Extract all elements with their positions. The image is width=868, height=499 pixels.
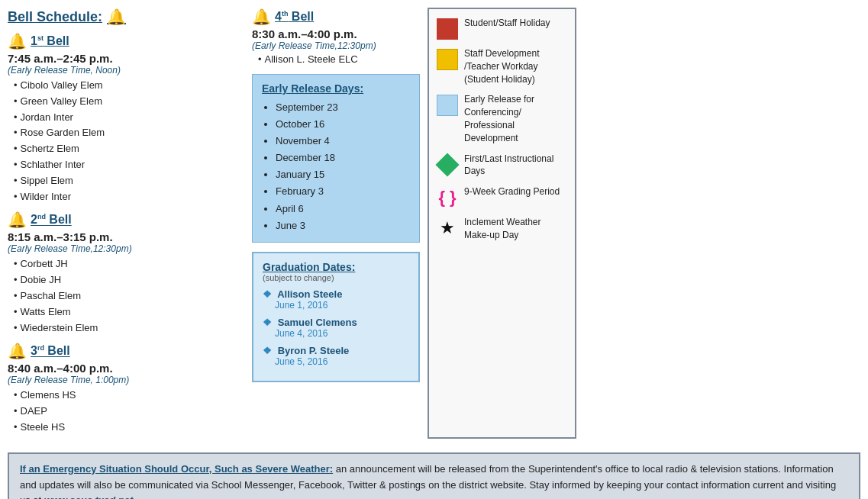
graduation-dates-box: Graduation Dates: (subject to change) ❖ … — [252, 252, 420, 382]
star-swatch: ★ — [437, 217, 458, 239]
legend-label-student-staff: Student/Staff Holiday — [464, 17, 550, 30]
legend-staff-development: Staff Development /Teacher Workday (Stud… — [437, 47, 567, 85]
star-icon: ★ — [440, 218, 455, 238]
list-item: Steele HS — [14, 420, 244, 436]
legend-label-first-last: First/Last Instructional Days — [464, 153, 567, 179]
pink-bracket-swatch: { } — [437, 187, 458, 208]
grad-school-2: ❖ Samuel Clemens — [263, 317, 409, 328]
list-item: Sippel Elem — [14, 173, 244, 189]
second-bell-schools: Corbett JH Dobie JH Paschal Elem Watts E… — [8, 256, 244, 336]
legend-student-staff-holiday: Student/Staff Holiday — [437, 17, 567, 40]
grad-diamond-icon-2: ❖ — [263, 317, 272, 328]
title-text: Bell Schedule: — [8, 9, 102, 25]
main-content: Bell Schedule: 🔔 🔔 1st Bell 7:45 a.m.–2:… — [0, 0, 868, 446]
middle-column: 🔔 4th Bell 8:30 a.m.–4:00 p.m. (Early Re… — [252, 8, 420, 439]
fourth-bell-school: Allison L. Steele ELC — [252, 53, 420, 65]
first-bell-header: 🔔 1st Bell — [8, 32, 244, 50]
list-item: Clemens HS — [14, 388, 244, 404]
list-item: Wilder Inter — [14, 189, 244, 205]
legend-label-inclement: Inclement Weather Make-up Day — [464, 216, 567, 242]
third-bell-label: 3rd Bell — [31, 344, 70, 358]
list-item: September 23 — [276, 99, 410, 116]
diamond-icon — [435, 153, 459, 176]
list-item: Dobie JH — [14, 272, 244, 288]
second-bell-time: 8:15 a.m.–3:15 p.m. — [8, 230, 244, 243]
second-bell-label: 2nd Bell — [31, 213, 72, 227]
legend-label-nine-week: 9-Week Grading Period — [464, 185, 560, 198]
list-item: Jordan Inter — [14, 110, 244, 126]
list-item: April 6 — [276, 201, 410, 217]
list-item: Schlather Inter — [14, 157, 244, 173]
grad-school-3: ❖ Byron P. Steele — [263, 345, 409, 356]
yellow-swatch — [437, 49, 458, 70]
legend-column: Student/Staff Holiday Staff Development … — [428, 8, 576, 439]
list-item: Schertz Elem — [14, 141, 244, 157]
bottom-banner: If an Emergency Situation Should Occur, … — [8, 452, 860, 499]
legend-label-staff-dev: Staff Development /Teacher Workday (Stud… — [464, 47, 567, 85]
emergency-bold-text: If an Emergency Situation Should Occur, … — [20, 463, 333, 475]
fourth-bell-early-release: (Early Release Time,12:30pm) — [252, 40, 420, 51]
legend-first-last-instructional: First/Last Instructional Days — [437, 153, 567, 179]
list-item: January 15 — [276, 166, 410, 183]
third-bell-schools: Clemens HS DAEP Steele HS — [8, 388, 244, 435]
grad-school-1: ❖ Allison Steele — [263, 288, 409, 300]
bell-icon-1: 🔔 — [8, 32, 27, 50]
early-release-days-title: Early Release Days: — [262, 82, 410, 95]
grad-entry-2: ❖ Samuel Clemens June 4, 2016 — [263, 317, 409, 339]
list-item: Rose Garden Elem — [14, 125, 244, 141]
legend-early-release: Early Release for Conferencing/ Professi… — [437, 93, 567, 144]
fourth-bell-label: 4th Bell — [275, 10, 314, 24]
grad-date-1: June 1, 2016 — [263, 300, 409, 311]
second-bell-early-release: (Early Release Time,12:30pm) — [8, 243, 244, 254]
grad-date-3: June 5, 2016 — [263, 356, 409, 367]
pink-bracket-icon: { } — [438, 189, 456, 206]
yellow-square-icon — [437, 49, 458, 70]
first-bell-label: 1st Bell — [31, 34, 69, 48]
third-bell-header: 🔔 3rd Bell — [8, 342, 244, 360]
fourth-bell-section: 🔔 4th Bell 8:30 a.m.–4:00 p.m. (Early Re… — [252, 8, 420, 65]
list-item: Green Valley Elem — [14, 94, 244, 110]
early-release-days-box: Early Release Days: September 23 October… — [252, 74, 420, 243]
second-bell-section: 🔔 2nd Bell 8:15 a.m.–3:15 p.m. (Early Re… — [8, 211, 244, 336]
first-bell-time: 7:45 a.m.–2:45 p.m. — [8, 52, 244, 65]
bell-schedule-column: Bell Schedule: 🔔 🔔 1st Bell 7:45 a.m.–2:… — [8, 8, 244, 439]
graduation-title: Graduation Dates: — [263, 261, 409, 273]
list-item: November 4 — [276, 133, 410, 150]
legend-inclement-weather: ★ Inclement Weather Make-up Day — [437, 216, 567, 242]
third-bell-time: 8:40 a.m.–4:00 p.m. — [8, 362, 244, 375]
grad-date-2: June 4, 2016 — [263, 328, 409, 339]
legend-nine-week: { } 9-Week Grading Period — [437, 185, 567, 208]
lightblue-square-icon — [437, 95, 458, 116]
list-item: Wiederstein Elem — [14, 320, 244, 336]
list-item: February 3 — [276, 183, 410, 200]
red-swatch — [437, 18, 458, 40]
list-item: December 18 — [276, 150, 410, 166]
list-item: DAEP — [14, 404, 244, 420]
grad-diamond-icon-3: ❖ — [263, 345, 272, 356]
list-item: June 3 — [276, 217, 410, 234]
grad-entry-1: ❖ Allison Steele June 1, 2016 — [263, 288, 409, 311]
first-bell-section: 🔔 1st Bell 7:45 a.m.–2:45 p.m. (Early Re… — [8, 32, 244, 204]
grad-diamond-icon-1: ❖ — [263, 288, 272, 300]
list-item: October 16 — [276, 116, 410, 133]
grad-entry-3: ❖ Byron P. Steele June 5, 2016 — [263, 345, 409, 367]
bell-icon-3: 🔔 — [8, 342, 27, 360]
third-bell-early-release: (Early Release Time, 1:00pm) — [8, 375, 244, 385]
graduation-subtitle: (subject to change) — [263, 273, 409, 282]
bell-icon-4: 🔔 — [252, 8, 271, 26]
diamond-swatch — [437, 154, 458, 175]
website-link[interactable]: www.scuc.txed.net — [44, 494, 134, 499]
fourth-bell-time: 8:30 a.m.–4:00 p.m. — [252, 27, 420, 40]
early-release-dates-list: September 23 October 16 November 4 Decem… — [262, 99, 410, 234]
list-item: Watts Elem — [14, 304, 244, 320]
lightblue-swatch — [437, 95, 458, 116]
bell-icon-title: 🔔 — [107, 8, 126, 26]
bell-icon-2: 🔔 — [8, 211, 27, 229]
fourth-bell-header: 🔔 4th Bell — [252, 8, 420, 26]
legend-label-early-release: Early Release for Conferencing/ Professi… — [464, 93, 567, 144]
list-item: Corbett JH — [14, 256, 244, 272]
second-bell-header: 🔔 2nd Bell — [8, 211, 244, 229]
bell-schedule-title: Bell Schedule: 🔔 — [8, 8, 244, 26]
list-item: Paschal Elem — [14, 288, 244, 304]
third-bell-section: 🔔 3rd Bell 8:40 a.m.–4:00 p.m. (Early Re… — [8, 342, 244, 435]
